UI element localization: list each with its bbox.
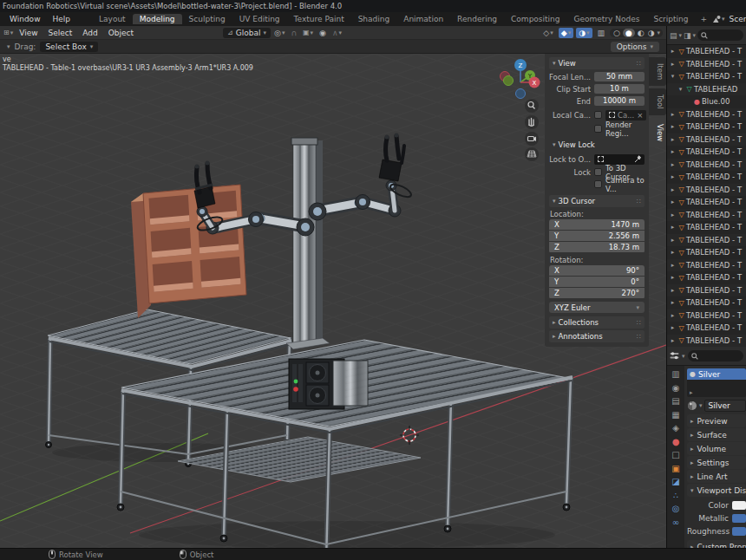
outliner-row[interactable]: ▸▽TABLEHEAD - T <box>667 259 746 272</box>
tool-dropdown-chevron-icon[interactable]: ▾ <box>7 43 10 50</box>
viewport-canvas[interactable]: ve TABLEHEAD - Table-1 overbase\UR3-1 UR… <box>0 54 666 548</box>
viewport-menu-add[interactable]: Add <box>77 29 102 37</box>
panel-header-3d-cursor[interactable]: ▾ 3D Cursor ∷ <box>549 195 645 207</box>
outliner-row[interactable]: ▸▽TABLEHEAD - T <box>667 296 746 309</box>
tab-constraints-icon[interactable]: ∞ <box>672 518 679 527</box>
outliner-row[interactable]: ▸▽TABLEHEAD - T <box>667 159 746 172</box>
shading-material-icon[interactable]: ◐ <box>637 29 645 37</box>
outliner-row[interactable]: ▸▽TABLEHEAD - T <box>667 221 746 234</box>
panel-surface[interactable]: ▸Surface <box>687 428 746 441</box>
outliner-row[interactable]: ▸▽TABLEHEAD - T <box>667 133 746 147</box>
field-clip-start[interactable]: 10 m <box>594 84 645 94</box>
local-camera-field[interactable]: Ca... × <box>605 110 646 120</box>
workspace-tab-rendering[interactable]: Rendering <box>450 14 504 24</box>
expand-icon[interactable]: ▸ <box>669 337 677 344</box>
menu-help[interactable]: Help <box>47 15 77 23</box>
viewport-menu-view[interactable]: View <box>14 29 43 37</box>
overlays-toggle-icon[interactable]: ◑▾ <box>576 28 592 38</box>
workspace-tab-sculpting[interactable]: Sculpting <box>182 14 232 24</box>
expand-icon[interactable]: ▸ <box>669 123 677 130</box>
tab-particles-icon[interactable]: ∴ <box>673 492 678 500</box>
xray-toggle-icon[interactable]: ▥ <box>595 28 608 38</box>
slot-specials-icon[interactable]: ▸ <box>690 389 693 396</box>
transform-orientation-dropdown[interactable]: ⊿ Global ▾ <box>223 28 271 38</box>
expand-icon[interactable]: ▸ <box>669 299 677 306</box>
panel-volume[interactable]: ▸Volume <box>687 442 746 455</box>
cursor-location-y[interactable]: Y2.556 m <box>549 231 645 241</box>
menu-window[interactable]: Window <box>3 15 47 23</box>
workspace-tab-texture-paint[interactable]: Texture Paint <box>287 14 351 24</box>
expand-icon[interactable]: ▾ <box>677 86 684 93</box>
select-box-dropdown[interactable]: Select Box ▾ <box>40 42 98 52</box>
tab-collection-icon[interactable]: □ <box>671 451 679 459</box>
outliner-row[interactable]: ▾▽TABLEHEAD - T <box>667 70 746 83</box>
rotation-mode-dropdown[interactable]: XYZ Euler ▾ <box>549 302 645 313</box>
expand-icon[interactable]: ▸ <box>669 262 677 269</box>
cursor-location-x[interactable]: X1470 m <box>549 219 645 230</box>
expand-icon[interactable]: ▾ <box>669 73 677 80</box>
outliner-row[interactable]: ▸▽TABLEHEAD - T <box>667 146 746 159</box>
material-name-field[interactable]: Silver <box>704 400 746 412</box>
clear-icon[interactable]: × <box>637 111 643 120</box>
workspace-tab-modeling[interactable]: Modeling <box>133 14 182 24</box>
expand-icon[interactable]: ▸ <box>669 136 677 143</box>
panel-preview[interactable]: ▸Preview <box>687 414 746 427</box>
pivot-point-button[interactable]: ◎▾ <box>272 28 287 38</box>
tab-scene-icon[interactable]: ◈ <box>672 424 679 433</box>
navigation-gizmo[interactable]: Z Y X <box>494 54 545 166</box>
snap-magnet-icon[interactable]: ∩ <box>288 28 299 38</box>
tab-output-icon[interactable]: ▤ <box>671 397 679 406</box>
color-swatch[interactable] <box>732 501 746 510</box>
gizmos-toggle-icon[interactable]: ◆▾ <box>559 28 573 38</box>
viewport-menu-object[interactable]: Object <box>103 29 139 37</box>
local-camera-checkbox[interactable] <box>594 111 602 119</box>
workspace-tab-layout[interactable]: Layout <box>92 14 133 24</box>
panel-header-collections[interactable]: ▸Collections∷ <box>549 316 645 329</box>
outliner-row[interactable]: ●Blue.00 <box>667 95 746 108</box>
panel-header-view[interactable]: ▾ View ∷ <box>549 57 645 69</box>
viewport-menu-select[interactable]: Select <box>43 29 78 37</box>
panel-header-annotations[interactable]: ▸Annotations∷ <box>549 330 645 342</box>
shading-wireframe-icon[interactable]: ○ <box>612 29 621 37</box>
expand-icon[interactable]: ▸ <box>669 237 677 244</box>
expand-icon[interactable]: ▸ <box>669 287 677 294</box>
tab-render-icon[interactable]: ◉ <box>672 384 680 393</box>
cursor-rotation-z[interactable]: Z270° <box>549 288 645 298</box>
cursor-rotation-x[interactable]: X90° <box>549 265 645 276</box>
outliner-display-mode-icon[interactable]: ▤ <box>670 31 677 40</box>
outliner-row[interactable]: ▸▽TABLEHEAD - T <box>667 271 746 284</box>
expand-icon[interactable]: ▸ <box>669 186 677 193</box>
cursor-location-z[interactable]: Z18.73 m <box>549 242 645 252</box>
outliner-row[interactable]: ▸▽TABLEHEAD - T <box>667 234 746 247</box>
expand-icon[interactable]: ▸ <box>669 199 677 205</box>
tab-physics-icon[interactable]: ◎ <box>672 505 680 513</box>
show-gizmo-button[interactable]: ◇▾ <box>540 28 555 38</box>
proportional-editing-icon[interactable]: ◉ <box>317 28 329 38</box>
sidebar-tab-tool[interactable]: Tool <box>649 88 666 115</box>
outliner-row[interactable]: ▸▽TABLEHEAD - T <box>667 246 746 259</box>
tab-modifiers-icon[interactable]: ◪ <box>671 478 679 486</box>
outliner-row[interactable]: ▸▽TABLEHEAD - T <box>667 120 746 133</box>
shading-rendered-icon[interactable]: ◑ <box>647 29 656 37</box>
outliner-row[interactable]: ▸▽TABLEHEAD - T <box>667 58 746 71</box>
expand-icon[interactable]: ▸ <box>669 148 677 155</box>
material-sphere-icon[interactable] <box>687 400 697 411</box>
material-slot-active[interactable]: ● Silver <box>687 368 746 380</box>
expand-icon[interactable]: ▸ <box>669 324 677 331</box>
expand-icon[interactable]: ▸ <box>669 111 677 118</box>
properties-search-input[interactable] <box>688 350 743 361</box>
field-end[interactable]: 10000 m <box>594 96 645 106</box>
workspace-tab-uv-editing[interactable]: UV Editing <box>232 14 287 24</box>
expand-icon[interactable]: ▸ <box>669 224 677 231</box>
expand-icon[interactable]: ▸ <box>669 212 677 218</box>
workspace-tab-geometry-nodes[interactable]: Geometry Nodes <box>567 14 647 24</box>
sidebar-tab-item[interactable]: Item <box>649 57 666 86</box>
outliner-row[interactable]: ▸▽TABLEHEAD - T <box>667 184 746 197</box>
add-workspace-button[interactable]: + <box>695 15 712 23</box>
tab-view-layer-icon[interactable]: ▦ <box>671 411 679 420</box>
outliner-row[interactable]: ▸▽TABLEHEAD - T <box>667 196 746 209</box>
editor-type-chevron-icon[interactable]: ▾ <box>10 29 14 36</box>
outliner-row[interactable]: ▸▽TABLEHEAD - T <box>667 209 746 222</box>
outliner-filter-icon[interactable]: ◨ <box>684 31 691 40</box>
expand-icon[interactable]: ▸ <box>669 312 677 319</box>
